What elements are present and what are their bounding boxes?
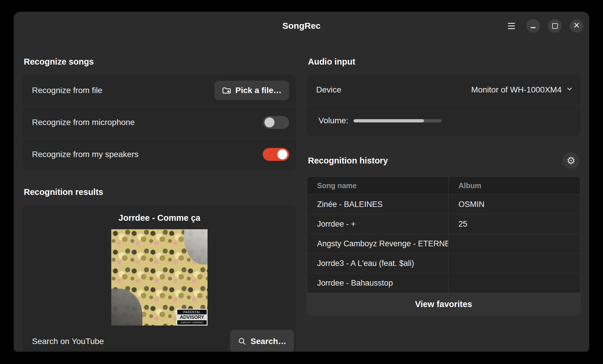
- advisory-line: ADVISORY: [177, 314, 207, 320]
- recognize-from-microphone-row: Recognize from microphone: [23, 107, 296, 139]
- history-heading-row: Recognition history ⚙: [308, 152, 579, 169]
- history-table: Song name Album Zinée - BALEINES OSMIN J…: [307, 176, 580, 316]
- device-value: Monitor of WH-1000XM4: [471, 85, 562, 95]
- close-icon: ×: [573, 20, 580, 31]
- recognize-from-microphone-label: Recognize from microphone: [32, 118, 135, 127]
- speakers-toggle[interactable]: [263, 148, 289, 161]
- chevron-down-icon: [566, 85, 573, 95]
- column-header-album: Album: [449, 177, 580, 195]
- microphone-toggle[interactable]: [263, 116, 289, 129]
- youtube-row: Search on YouTube Search…: [23, 328, 296, 352]
- recognize-from-speakers-row: Recognize from my speakers: [23, 139, 296, 170]
- history-cell-album: [449, 273, 580, 293]
- recognition-results-card: Jorrdee - Comme ça PARENTAL ADVISORY EXP…: [23, 205, 296, 352]
- songrec-window: SongRec − × Recognize songs Recognize fr…: [14, 12, 589, 352]
- recognize-songs-heading: Recognize songs: [24, 56, 295, 67]
- left-column: Recognize songs Recognize from file Pick…: [23, 40, 296, 352]
- minimize-button[interactable]: −: [526, 19, 540, 33]
- volume-fill: [353, 119, 424, 122]
- window-controls: − ×: [505, 12, 583, 40]
- history-row[interactable]: Jorrdee - Bahausstop: [307, 273, 580, 293]
- device-label: Device: [316, 85, 341, 95]
- history-cell-album: 25: [449, 214, 580, 234]
- recognize-from-file-row: Recognize from file Pick a file…: [23, 75, 296, 107]
- folder-plus-icon: [222, 86, 231, 95]
- album-art-corner: [111, 289, 142, 326]
- recognition-results-heading: Recognition results: [24, 187, 295, 197]
- gear-icon: ⚙: [567, 156, 575, 166]
- album-art-corner: [184, 229, 208, 264]
- volume-row: Volume:: [307, 105, 580, 136]
- history-cell-song: Jorrde3 - A L'eau (feat. $ali): [307, 254, 449, 273]
- right-column: Audio input Device Monitor of WH-1000XM4: [307, 40, 580, 352]
- pick-file-label: Pick a file…: [235, 86, 282, 95]
- history-cell-song: Angsty Camboyz Revenge - ETERNELLE: [307, 234, 449, 254]
- volume-wrap: Volume:: [316, 116, 573, 125]
- maximize-icon: [552, 23, 558, 29]
- volume-level-bar: [353, 119, 442, 122]
- volume-label: Volume:: [319, 116, 348, 125]
- history-cell-song: Jorrdee - +: [307, 214, 449, 234]
- advisory-line: EXPLICIT CONTENT: [177, 320, 207, 325]
- history-cell-album: [449, 254, 580, 273]
- recognition-history-heading: Recognition history: [308, 155, 388, 166]
- toggle-knob: [277, 149, 287, 159]
- search-on-youtube-label: Search on YouTube: [32, 337, 104, 346]
- main-content: Recognize songs Recognize from file Pick…: [14, 40, 589, 352]
- parental-advisory-label: PARENTAL ADVISORY EXPLICIT CONTENT: [176, 309, 208, 326]
- toggle-knob: [265, 117, 274, 127]
- audio-input-heading: Audio input: [308, 56, 579, 67]
- hamburger-menu-icon: [508, 23, 515, 29]
- history-row[interactable]: Jorrdee - + 25: [307, 214, 580, 234]
- device-dropdown[interactable]: Monitor of WH-1000XM4: [471, 85, 573, 95]
- history-row[interactable]: Angsty Camboyz Revenge - ETERNELLE: [307, 234, 580, 254]
- history-table-header: Song name Album: [307, 177, 580, 195]
- history-cell-song: Zinée - BALEINES: [307, 195, 449, 214]
- history-cell-album: [449, 234, 580, 254]
- view-favorites-button[interactable]: View favorites: [307, 293, 580, 315]
- youtube-search-button[interactable]: Search…: [230, 330, 294, 352]
- magnifier-icon: [238, 337, 247, 346]
- close-button[interactable]: ×: [570, 19, 583, 33]
- recognize-from-file-label: Recognize from file: [32, 86, 102, 95]
- album-art: PARENTAL ADVISORY EXPLICIT CONTENT: [111, 229, 208, 326]
- history-row[interactable]: Zinée - BALEINES OSMIN: [307, 195, 580, 214]
- advisory-line: PARENTAL: [177, 310, 207, 314]
- headerbar[interactable]: SongRec − ×: [14, 12, 589, 40]
- device-row: Device Monitor of WH-1000XM4: [307, 75, 580, 105]
- recognized-song-title: Jorrdee - Comme ça: [23, 205, 296, 223]
- history-cell-song: Jorrdee - Bahausstop: [307, 273, 449, 293]
- recognize-card: Recognize from file Pick a file… Recogni…: [23, 75, 296, 170]
- audio-input-card: Device Monitor of WH-1000XM4 Volume:: [307, 75, 580, 136]
- column-header-song-name: Song name: [307, 177, 449, 195]
- history-settings-button[interactable]: ⚙: [563, 152, 579, 169]
- pick-file-button[interactable]: Pick a file…: [214, 81, 289, 100]
- recognize-from-speakers-label: Recognize from my speakers: [32, 150, 139, 159]
- youtube-search-label: Search…: [251, 337, 286, 346]
- menu-button[interactable]: [505, 19, 518, 33]
- history-row[interactable]: Jorrde3 - A L'eau (feat. $ali): [307, 254, 580, 273]
- history-cell-album: OSMIN: [449, 195, 580, 214]
- maximize-button[interactable]: [548, 19, 562, 33]
- window-title: SongRec: [14, 12, 589, 40]
